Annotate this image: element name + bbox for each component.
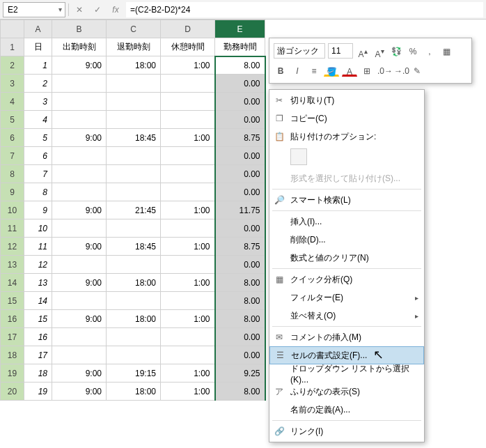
menu-copy[interactable]: ❐コピー(C): [269, 109, 424, 128]
row-head[interactable]: 8: [1, 165, 24, 183]
menu-phonetic[interactable]: アふりがなの表示(S): [269, 383, 424, 401]
cell[interactable]: 0.00: [215, 256, 265, 274]
header-cell[interactable]: 退勤時刻: [107, 38, 161, 56]
cell[interactable]: 18:00: [107, 310, 161, 328]
cell[interactable]: 19:15: [107, 364, 161, 383]
cell[interactable]: 5: [24, 129, 52, 147]
row-head[interactable]: 2: [1, 56, 24, 75]
decrease-font-button[interactable]: A▾: [373, 44, 386, 58]
cell[interactable]: 11: [24, 238, 52, 256]
cell[interactable]: [161, 328, 215, 346]
col-head-B[interactable]: B: [52, 20, 107, 38]
cell[interactable]: [107, 165, 161, 183]
cell[interactable]: 1:00: [161, 238, 215, 256]
accounting-format-button[interactable]: 💱: [389, 44, 403, 58]
cell[interactable]: [107, 292, 161, 310]
cell[interactable]: 9:00: [52, 129, 107, 147]
cell[interactable]: 7: [24, 165, 52, 183]
cell[interactable]: 18:00: [107, 274, 161, 292]
confirm-button[interactable]: ✓: [90, 2, 105, 17]
name-box[interactable]: E2: [3, 2, 65, 17]
cell[interactable]: 12: [24, 256, 52, 274]
cell[interactable]: [107, 111, 161, 129]
cell[interactable]: 1: [24, 56, 52, 75]
cell[interactable]: 0.00: [215, 93, 265, 111]
menu-insert[interactable]: 挿入(I)...: [269, 213, 424, 231]
cell[interactable]: [52, 93, 107, 111]
font-select[interactable]: [274, 43, 325, 59]
cell[interactable]: 1:00: [161, 364, 215, 383]
cell[interactable]: 18:00: [107, 56, 161, 75]
cell[interactable]: 9:00: [52, 383, 107, 401]
cell[interactable]: 9:00: [52, 238, 107, 256]
row-head[interactable]: 13: [1, 256, 24, 274]
formula-input[interactable]: =(C2-B2-D2)*24: [126, 2, 483, 17]
cell[interactable]: 0.00: [215, 346, 265, 364]
row-head[interactable]: 3: [1, 75, 24, 93]
cell[interactable]: 8.00: [215, 310, 265, 328]
menu-clear[interactable]: 数式と値のクリア(N): [269, 249, 424, 267]
cell[interactable]: [161, 219, 215, 238]
cell[interactable]: [161, 93, 215, 111]
cell[interactable]: [161, 75, 215, 93]
row-head[interactable]: 19: [1, 364, 24, 383]
cell[interactable]: 11.75: [215, 201, 265, 219]
cell[interactable]: 8.00: [215, 383, 265, 401]
menu-cut[interactable]: ✂切り取り(T): [269, 91, 424, 109]
cell[interactable]: [52, 328, 107, 346]
cell[interactable]: [161, 292, 215, 310]
cell[interactable]: [107, 93, 161, 111]
row-head[interactable]: 15: [1, 292, 24, 310]
menu-dropdown-list[interactable]: ドロップダウン リストから選択(K)...: [269, 364, 424, 383]
cell[interactable]: 0.00: [215, 219, 265, 238]
cell[interactable]: [52, 256, 107, 274]
cell[interactable]: [107, 75, 161, 93]
cell[interactable]: 0.00: [215, 165, 265, 183]
cell[interactable]: 14: [24, 292, 52, 310]
cell[interactable]: [161, 183, 215, 201]
menu-format-cells[interactable]: ☰セルの書式設定(F)...: [269, 346, 424, 364]
cell[interactable]: 8.75: [215, 238, 265, 256]
cell[interactable]: [52, 219, 107, 238]
cell[interactable]: 0.00: [215, 147, 265, 165]
cell[interactable]: [107, 183, 161, 201]
cell[interactable]: 18:45: [107, 129, 161, 147]
cell[interactable]: 1:00: [161, 201, 215, 219]
comma-button[interactable]: ,: [423, 44, 437, 58]
fx-button[interactable]: fx: [108, 2, 123, 17]
cell[interactable]: 21:45: [107, 201, 161, 219]
cell[interactable]: 0.00: [215, 111, 265, 129]
increase-decimal-button[interactable]: .0→: [377, 63, 391, 77]
cell[interactable]: [107, 147, 161, 165]
cell[interactable]: [52, 111, 107, 129]
row-head-1[interactable]: 1: [1, 38, 24, 56]
menu-delete[interactable]: 削除(D)...: [269, 231, 424, 249]
col-head-C[interactable]: C: [107, 20, 161, 38]
cell[interactable]: [52, 165, 107, 183]
font-size[interactable]: [328, 43, 353, 59]
italic-button[interactable]: I: [290, 63, 304, 77]
cell[interactable]: 1:00: [161, 56, 215, 75]
row-head[interactable]: 18: [1, 346, 24, 364]
cell[interactable]: 8.00: [215, 274, 265, 292]
row-head[interactable]: 6: [1, 129, 24, 147]
cell[interactable]: [161, 147, 215, 165]
row-head[interactable]: 7: [1, 147, 24, 165]
row-head[interactable]: 17: [1, 328, 24, 346]
header-cell[interactable]: 出勤時刻: [52, 38, 107, 56]
percent-button[interactable]: %: [406, 44, 420, 58]
cell[interactable]: 9:00: [52, 274, 107, 292]
cell[interactable]: 9:00: [52, 310, 107, 328]
cell[interactable]: 15: [24, 310, 52, 328]
cell[interactable]: 8.00: [215, 292, 265, 310]
format-cells-button[interactable]: ▦: [439, 44, 453, 58]
align-center-button[interactable]: ≡: [307, 63, 321, 77]
row-head[interactable]: 11: [1, 219, 24, 238]
cell[interactable]: 8.00: [215, 56, 265, 75]
cell[interactable]: [107, 219, 161, 238]
row-head[interactable]: 9: [1, 183, 24, 201]
cell[interactable]: 1:00: [161, 274, 215, 292]
cancel-button[interactable]: ✕: [72, 2, 87, 17]
cell[interactable]: [107, 328, 161, 346]
menu-filter[interactable]: フィルター(E): [269, 288, 424, 307]
